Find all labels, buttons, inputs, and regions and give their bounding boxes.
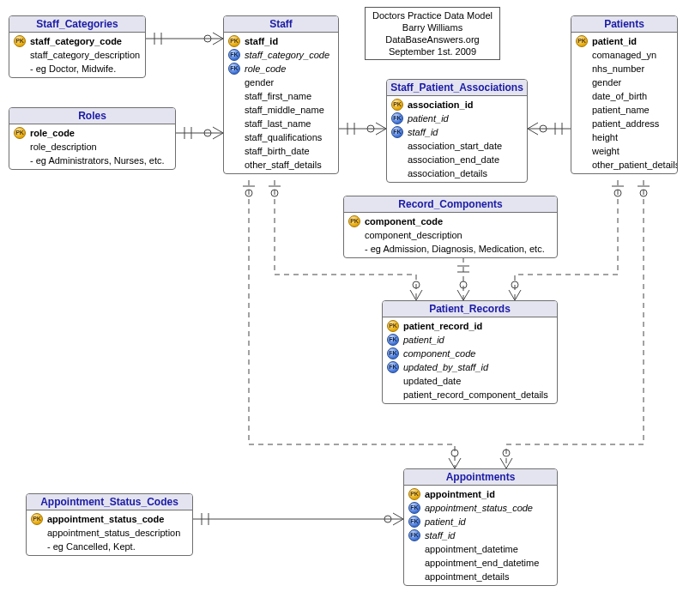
attribute-name: staff_category_code xyxy=(30,35,122,47)
attribute-row: patient_record_id xyxy=(386,319,553,333)
foreign-key-icon xyxy=(387,347,399,359)
entity-title: Record_Components xyxy=(344,196,557,213)
attribute-name: other_patient_details xyxy=(592,159,678,171)
attribute-name: patient_record_id xyxy=(403,320,482,332)
foreign-key-icon xyxy=(391,126,403,138)
foreign-key-icon xyxy=(228,49,240,61)
svg-line-22 xyxy=(528,129,538,135)
diagram-author: Barry Williams xyxy=(372,21,493,33)
attribute-row: appointment_id xyxy=(408,487,553,501)
attribute-row: gender xyxy=(227,75,335,89)
foreign-key-icon xyxy=(387,361,399,373)
entity-body: appointment_idappointment_status_codepat… xyxy=(404,486,557,585)
attribute-row: association_end_date xyxy=(390,153,523,166)
attribute-name: role_description xyxy=(30,141,97,153)
svg-line-32 xyxy=(457,290,463,300)
svg-point-24 xyxy=(271,190,278,196)
attribute-name: component_description xyxy=(365,229,462,241)
attribute-name: staff_first_name xyxy=(245,90,311,102)
attribute-row: updated_date xyxy=(386,374,553,388)
attribute-name: staff_category_code xyxy=(245,49,329,61)
attribute-row: association_details xyxy=(390,166,523,180)
attribute-row: appointment_status_code xyxy=(30,512,189,526)
attribute-name: - eg Cancelled, Kept. xyxy=(47,541,136,553)
entity-body: patient_record_idpatient_idcomponent_cod… xyxy=(383,317,557,403)
attribute-name: - eg Administrators, Nurses, etc. xyxy=(30,154,165,166)
entity-body: appointment_status_codeappointment_statu… xyxy=(27,510,192,555)
entity-body: component_codecomponent_description- eg … xyxy=(344,213,557,257)
attribute-row: component_description xyxy=(348,228,553,242)
attribute-name: patient_name xyxy=(592,104,650,116)
attribute-row: patient_record_component_details xyxy=(386,388,553,402)
entity-title: Patient_Records xyxy=(383,301,557,317)
attribute-name: staff_last_name xyxy=(245,118,311,130)
primary-key-icon xyxy=(14,35,26,47)
attribute-name: association_id xyxy=(408,99,473,111)
primary-key-icon xyxy=(391,99,403,111)
svg-line-38 xyxy=(515,290,521,300)
attribute-row: - eg Administrators, Nurses, etc. xyxy=(13,154,172,167)
entity-roles: Roles role_coderole_description- eg Admi… xyxy=(9,107,176,170)
foreign-key-icon xyxy=(408,529,420,541)
entity-appointments: Appointments appointment_idappointment_s… xyxy=(403,468,558,586)
attribute-row: appointment_details xyxy=(408,570,553,583)
attribute-row: patient_address xyxy=(575,117,674,130)
attribute-name: patient_id xyxy=(408,112,449,124)
attribute-name: appointment_status_description xyxy=(47,527,180,539)
attribute-row: role_description xyxy=(13,140,172,154)
attribute-name: role_code xyxy=(30,127,75,139)
attribute-name: role_code xyxy=(245,63,286,75)
foreign-key-icon xyxy=(408,502,420,514)
primary-key-icon xyxy=(576,35,588,47)
entity-title: Staff_Categories xyxy=(9,16,145,33)
attribute-name: updated_by_staff_id xyxy=(403,361,488,373)
attribute-row: role_code xyxy=(13,126,172,140)
entity-staff-categories: Staff_Categories staff_category_codestaf… xyxy=(9,15,146,78)
entity-title: Staff xyxy=(224,16,338,33)
attribute-name: staff_middle_name xyxy=(245,104,324,116)
entity-record-components: Record_Components component_codecomponen… xyxy=(343,196,558,258)
primary-key-icon xyxy=(31,513,43,525)
svg-point-55 xyxy=(384,516,391,522)
attribute-row: - eg Cancelled, Kept. xyxy=(30,540,189,553)
attribute-name: patient_id xyxy=(592,35,637,47)
attribute-row: staff_category_code xyxy=(13,34,142,48)
entity-staff: Staff staff_idstaff_category_coderole_co… xyxy=(223,15,339,174)
entity-appointment-status-codes: Appointment_Status_Codes appointment_sta… xyxy=(26,493,193,556)
attribute-name: patient_address xyxy=(592,118,659,130)
attribute-name: other_staff_details xyxy=(245,159,322,171)
attribute-row: staff_id xyxy=(408,528,553,542)
attribute-name: staff_category_description xyxy=(30,49,140,61)
attribute-row: patient_id xyxy=(575,34,674,48)
svg-point-23 xyxy=(540,125,547,132)
attribute-row: - eg Admission, Diagnosis, Medication, e… xyxy=(348,242,553,256)
entity-title: Appointment_Status_Codes xyxy=(27,494,192,510)
entity-title: Staff_Patient_Associations xyxy=(387,80,527,96)
primary-key-icon xyxy=(387,320,399,332)
attribute-row: patient_id xyxy=(386,333,553,347)
attribute-row: staff_qualifications xyxy=(227,130,335,144)
attribute-row: component_code xyxy=(386,347,553,360)
foreign-key-icon xyxy=(408,516,420,528)
attribute-name: patient_id xyxy=(425,516,466,528)
attribute-name: component_code xyxy=(403,347,475,359)
attribute-name: patient_id xyxy=(403,334,444,346)
svg-line-27 xyxy=(416,290,422,300)
attribute-name: appointment_end_datetime xyxy=(425,557,539,569)
foreign-key-icon xyxy=(228,63,240,75)
attribute-row: patient_id xyxy=(408,515,553,528)
svg-line-37 xyxy=(509,290,515,300)
attribute-row: gender xyxy=(575,75,674,89)
svg-point-44 xyxy=(451,450,458,456)
entity-body: staff_idstaff_category_coderole_codegend… xyxy=(224,33,338,173)
svg-line-9 xyxy=(213,127,223,133)
svg-line-53 xyxy=(393,513,403,519)
attribute-row: other_patient_details xyxy=(575,158,674,172)
attribute-name: - eg Admission, Diagnosis, Medication, e… xyxy=(365,243,545,255)
attribute-name: date_of_birth xyxy=(592,90,647,102)
diagram-source: DataBaseAnswers.org xyxy=(372,33,493,45)
svg-point-5 xyxy=(204,35,211,42)
svg-line-3 xyxy=(213,33,223,39)
attribute-name: association_start_date xyxy=(408,140,502,152)
primary-key-icon xyxy=(348,215,360,227)
